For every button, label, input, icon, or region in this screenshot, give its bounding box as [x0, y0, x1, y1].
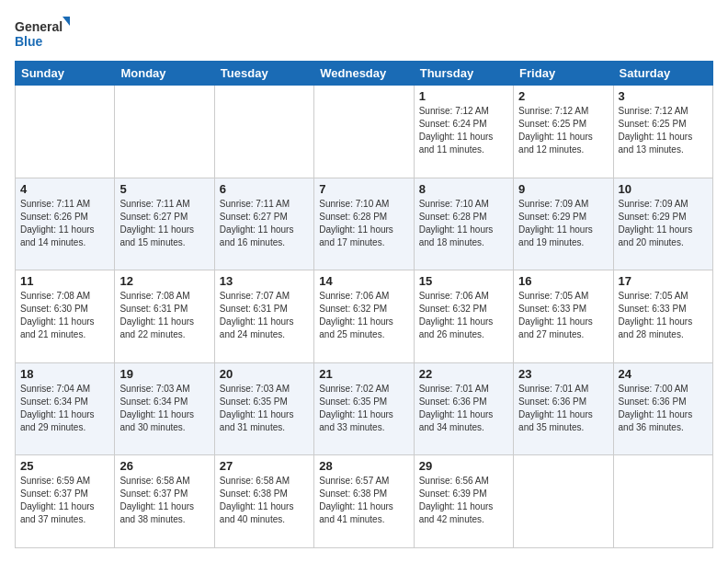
weekday-header: Wednesday	[314, 62, 414, 86]
day-number: 13	[220, 274, 309, 288]
header: General Blue	[15, 15, 713, 52]
weekday-header: Saturday	[613, 62, 712, 86]
calendar-cell: 18Sunrise: 7:04 AM Sunset: 6:34 PM Dayli…	[16, 362, 115, 455]
calendar-cell: 7Sunrise: 7:10 AM Sunset: 6:28 PM Daylig…	[314, 178, 414, 270]
day-number: 12	[119, 274, 209, 288]
day-number: 5	[119, 182, 209, 196]
calendar-week-row: 25Sunrise: 6:59 AM Sunset: 6:37 PM Dayli…	[16, 455, 713, 548]
day-info: Sunrise: 7:08 AM Sunset: 6:31 PM Dayligh…	[119, 290, 209, 341]
day-info: Sunrise: 7:12 AM Sunset: 6:24 PM Dayligh…	[419, 105, 508, 156]
calendar-cell: 9Sunrise: 7:09 AM Sunset: 6:29 PM Daylig…	[514, 178, 613, 270]
day-number: 8	[419, 182, 508, 196]
day-info: Sunrise: 7:07 AM Sunset: 6:31 PM Dayligh…	[220, 290, 309, 341]
day-number: 21	[319, 367, 408, 381]
calendar-table: SundayMondayTuesdayWednesdayThursdayFrid…	[15, 61, 713, 548]
page: General Blue SundayMondayTuesdayWednesda…	[0, 0, 728, 563]
svg-text:Blue: Blue	[15, 34, 43, 49]
day-info: Sunrise: 7:11 AM Sunset: 6:26 PM Dayligh…	[20, 198, 109, 249]
calendar-cell	[16, 86, 115, 178]
day-number: 18	[20, 367, 109, 381]
day-info: Sunrise: 7:11 AM Sunset: 6:27 PM Dayligh…	[220, 198, 309, 249]
weekday-header: Sunday	[16, 62, 115, 86]
day-number: 9	[518, 182, 608, 196]
day-info: Sunrise: 7:10 AM Sunset: 6:28 PM Dayligh…	[419, 198, 508, 249]
day-number: 10	[619, 182, 708, 196]
calendar-cell: 21Sunrise: 7:02 AM Sunset: 6:35 PM Dayli…	[314, 362, 414, 455]
calendar-cell	[214, 86, 313, 178]
day-number: 20	[220, 367, 309, 381]
calendar-cell: 5Sunrise: 7:11 AM Sunset: 6:27 PM Daylig…	[115, 178, 214, 270]
calendar-cell: 6Sunrise: 7:11 AM Sunset: 6:27 PM Daylig…	[214, 178, 313, 270]
calendar-week-row: 4Sunrise: 7:11 AM Sunset: 6:26 PM Daylig…	[16, 178, 713, 270]
calendar-cell: 10Sunrise: 7:09 AM Sunset: 6:29 PM Dayli…	[613, 178, 712, 270]
day-number: 29	[419, 459, 508, 473]
calendar-cell	[314, 86, 414, 178]
calendar-cell: 8Sunrise: 7:10 AM Sunset: 6:28 PM Daylig…	[414, 178, 513, 270]
calendar-cell: 29Sunrise: 6:56 AM Sunset: 6:39 PM Dayli…	[414, 455, 513, 548]
day-number: 19	[119, 367, 209, 381]
day-number: 25	[20, 459, 109, 473]
day-info: Sunrise: 6:59 AM Sunset: 6:37 PM Dayligh…	[20, 475, 109, 526]
calendar-cell: 23Sunrise: 7:01 AM Sunset: 6:36 PM Dayli…	[514, 362, 613, 455]
day-info: Sunrise: 7:03 AM Sunset: 6:34 PM Dayligh…	[119, 383, 209, 434]
day-number: 7	[319, 182, 408, 196]
day-number: 22	[419, 367, 508, 381]
day-number: 26	[119, 459, 209, 473]
calendar-cell: 14Sunrise: 7:06 AM Sunset: 6:32 PM Dayli…	[314, 270, 414, 363]
calendar-cell: 12Sunrise: 7:08 AM Sunset: 6:31 PM Dayli…	[115, 270, 214, 363]
svg-text:General: General	[15, 19, 63, 34]
day-info: Sunrise: 7:01 AM Sunset: 6:36 PM Dayligh…	[518, 383, 608, 434]
day-info: Sunrise: 7:04 AM Sunset: 6:34 PM Dayligh…	[20, 383, 109, 434]
day-number: 23	[518, 367, 608, 381]
day-number: 2	[518, 89, 608, 103]
day-info: Sunrise: 6:58 AM Sunset: 6:37 PM Dayligh…	[119, 475, 209, 526]
calendar-cell: 27Sunrise: 6:58 AM Sunset: 6:38 PM Dayli…	[214, 455, 313, 548]
day-info: Sunrise: 7:09 AM Sunset: 6:29 PM Dayligh…	[619, 198, 708, 249]
day-info: Sunrise: 6:58 AM Sunset: 6:38 PM Dayligh…	[220, 475, 309, 526]
calendar-cell: 2Sunrise: 7:12 AM Sunset: 6:25 PM Daylig…	[514, 86, 613, 178]
calendar-header-row: SundayMondayTuesdayWednesdayThursdayFrid…	[16, 62, 713, 86]
weekday-header: Monday	[115, 62, 214, 86]
weekday-header: Tuesday	[214, 62, 313, 86]
day-info: Sunrise: 7:08 AM Sunset: 6:30 PM Dayligh…	[20, 290, 109, 341]
logo: General Blue	[15, 15, 70, 52]
calendar-week-row: 1Sunrise: 7:12 AM Sunset: 6:24 PM Daylig…	[16, 86, 713, 178]
calendar-cell: 19Sunrise: 7:03 AM Sunset: 6:34 PM Dayli…	[115, 362, 214, 455]
day-number: 27	[220, 459, 309, 473]
calendar-week-row: 11Sunrise: 7:08 AM Sunset: 6:30 PM Dayli…	[16, 270, 713, 363]
calendar-cell: 26Sunrise: 6:58 AM Sunset: 6:37 PM Dayli…	[115, 455, 214, 548]
day-info: Sunrise: 7:00 AM Sunset: 6:36 PM Dayligh…	[619, 383, 708, 434]
day-info: Sunrise: 7:03 AM Sunset: 6:35 PM Dayligh…	[220, 383, 309, 434]
day-number: 3	[619, 89, 708, 103]
day-number: 11	[20, 274, 109, 288]
day-number: 4	[20, 182, 109, 196]
day-info: Sunrise: 6:57 AM Sunset: 6:38 PM Dayligh…	[319, 475, 408, 526]
calendar-cell: 25Sunrise: 6:59 AM Sunset: 6:37 PM Dayli…	[16, 455, 115, 548]
day-number: 17	[619, 274, 708, 288]
day-info: Sunrise: 7:12 AM Sunset: 6:25 PM Dayligh…	[518, 105, 608, 156]
day-info: Sunrise: 6:56 AM Sunset: 6:39 PM Dayligh…	[419, 475, 508, 526]
weekday-header: Thursday	[414, 62, 513, 86]
day-info: Sunrise: 7:06 AM Sunset: 6:32 PM Dayligh…	[319, 290, 408, 341]
generalblue-logo-icon: General Blue	[15, 15, 70, 52]
day-number: 14	[319, 274, 408, 288]
day-number: 1	[419, 89, 508, 103]
day-info: Sunrise: 7:12 AM Sunset: 6:25 PM Dayligh…	[619, 105, 708, 156]
day-info: Sunrise: 7:05 AM Sunset: 6:33 PM Dayligh…	[619, 290, 708, 341]
day-number: 28	[319, 459, 408, 473]
day-info: Sunrise: 7:06 AM Sunset: 6:32 PM Dayligh…	[419, 290, 508, 341]
calendar-cell: 4Sunrise: 7:11 AM Sunset: 6:26 PM Daylig…	[16, 178, 115, 270]
day-info: Sunrise: 7:09 AM Sunset: 6:29 PM Dayligh…	[518, 198, 608, 249]
calendar-cell: 20Sunrise: 7:03 AM Sunset: 6:35 PM Dayli…	[214, 362, 313, 455]
calendar-cell: 28Sunrise: 6:57 AM Sunset: 6:38 PM Dayli…	[314, 455, 414, 548]
day-number: 15	[419, 274, 508, 288]
calendar-cell	[514, 455, 613, 548]
day-info: Sunrise: 7:01 AM Sunset: 6:36 PM Dayligh…	[419, 383, 508, 434]
day-info: Sunrise: 7:11 AM Sunset: 6:27 PM Dayligh…	[119, 198, 209, 249]
calendar-cell: 11Sunrise: 7:08 AM Sunset: 6:30 PM Dayli…	[16, 270, 115, 363]
calendar-cell: 24Sunrise: 7:00 AM Sunset: 6:36 PM Dayli…	[613, 362, 712, 455]
calendar-cell	[613, 455, 712, 548]
day-number: 6	[220, 182, 309, 196]
day-number: 16	[518, 274, 608, 288]
calendar-cell: 13Sunrise: 7:07 AM Sunset: 6:31 PM Dayli…	[214, 270, 313, 363]
